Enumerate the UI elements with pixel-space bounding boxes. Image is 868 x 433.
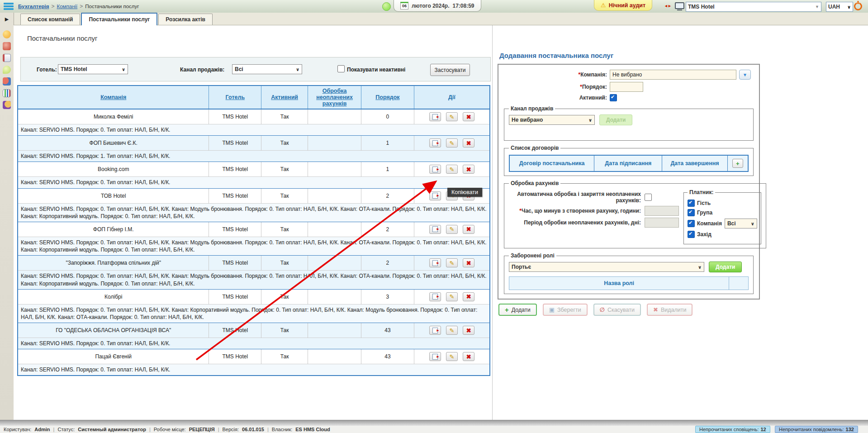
auto-processing-checkbox[interactable]	[645, 194, 652, 201]
table-row[interactable]: ФОП Бишевич Є.К. TMS Hotel Так 1 ✎ ✖	[18, 136, 490, 151]
delete-button[interactable]: ✖	[463, 326, 474, 335]
payer-company-select[interactable]: Всі∨	[725, 219, 757, 228]
date-time-widget[interactable]: 06 лютого 2024р. 17:08:59	[394, 0, 481, 12]
contract-end-header[interactable]: Дата завершення	[662, 155, 727, 171]
panel-splitter[interactable]	[492, 25, 493, 420]
order-field[interactable]	[610, 82, 643, 92]
menu-icon[interactable]	[4, 3, 14, 10]
add-button[interactable]: +Додати	[498, 304, 537, 316]
delete-button[interactable]: ✖	[463, 112, 474, 121]
delete-button[interactable]: ✖	[463, 138, 474, 148]
night-audit-button[interactable]: ⚠ Нічний аудит	[594, 0, 652, 11]
application-window: Бухгалтерія > Компанії > Постачальники п…	[0, 0, 868, 433]
company-field[interactable]	[610, 70, 736, 80]
edit-button[interactable]: ✎	[446, 112, 458, 121]
unread-messages-badge[interactable]: Непрочитаних повідомлень: 132	[775, 426, 858, 433]
payer-checkbox[interactable]	[688, 200, 695, 207]
company-dropdown-button[interactable]: ▼	[739, 70, 751, 80]
add-role-button[interactable]: Додати	[709, 262, 742, 272]
hotel-select[interactable]: TMS Hotel ▼	[686, 2, 821, 12]
sidebar-chart-icon[interactable]	[3, 89, 11, 97]
sidebar-people-icon[interactable]	[3, 77, 11, 86]
channel-filter-select[interactable]: Всі ∨	[232, 64, 302, 74]
tab-service-suppliers[interactable]: Постачальники послуг	[81, 13, 157, 25]
copy-button[interactable]	[429, 225, 441, 234]
copy-button[interactable]	[429, 258, 441, 267]
edit-button[interactable]: ✎	[446, 138, 458, 148]
sidebar-guest-icon[interactable]	[3, 42, 11, 50]
edit-button[interactable]: ✎	[446, 326, 458, 335]
copy-button[interactable]	[429, 326, 441, 335]
header-active[interactable]: Активний	[261, 86, 308, 109]
sidebar-home-icon[interactable]	[3, 30, 11, 38]
save-button[interactable]: ▣Зберегти	[543, 304, 588, 316]
breadcrumb-companies[interactable]: Компанії	[57, 4, 78, 9]
payer-checkbox[interactable]	[688, 209, 695, 216]
detail-cell: Канал: SERVIO HMS. Порядок: 1. Тип оплат…	[18, 151, 490, 162]
header-order[interactable]: Порядок	[361, 86, 414, 109]
delete-icon: ✖	[466, 167, 471, 172]
sidebar-expand-icon[interactable]: ▶	[5, 16, 9, 22]
table-row[interactable]: ФОП Гібнер І.М. TMS Hotel Так 2 ✎ ✖	[18, 222, 490, 237]
contract-signed-header[interactable]: Дата підписання	[594, 155, 662, 171]
edit-button[interactable]: ✎	[446, 225, 458, 234]
table-row[interactable]: Пацай Євгеній TMS Hotel Так 43 ✎ ✖	[18, 349, 490, 364]
header-unpaid-processing[interactable]: Обробка неоплачених рахунків	[308, 86, 361, 109]
delete-button[interactable]: ✖	[463, 352, 474, 361]
header-hotel[interactable]: Готель	[209, 86, 261, 109]
copy-button[interactable]	[429, 352, 441, 361]
workstation-icon[interactable]	[675, 2, 684, 9]
delete-button[interactable]: ✖	[463, 258, 474, 267]
delete-button[interactable]: ✖	[463, 165, 474, 174]
sidebar-chat-icon[interactable]	[3, 66, 11, 74]
apply-button[interactable]: Застосувати	[430, 64, 470, 76]
sidebar-journal-icon[interactable]	[3, 54, 11, 62]
copy-button[interactable]	[429, 292, 441, 301]
delete-button[interactable]: ✖	[463, 292, 474, 301]
sync-arrows-icon[interactable]: ◄►	[664, 4, 671, 8]
tab-company-list[interactable]: Список компаній	[20, 14, 80, 25]
edit-button[interactable]: ✎	[446, 165, 458, 174]
delete-button[interactable]: ✖	[463, 225, 474, 234]
edit-button[interactable]: ✎	[446, 292, 458, 301]
currency-select[interactable]: UAH ∨	[826, 2, 853, 12]
show-inactive-checkbox[interactable]	[337, 65, 345, 72]
hotel-filter-select[interactable]: TMS Hotel ∨	[58, 64, 128, 74]
copy-button[interactable]	[429, 112, 441, 121]
processing-period-label: Період обробки неоплачених рахунків, дні…	[509, 219, 641, 226]
cancel-button[interactable]: ∅Скасувати	[593, 304, 641, 316]
contract-name-header[interactable]: Договір постачальника	[509, 155, 594, 171]
chat-balloon-icon[interactable]	[382, 2, 391, 11]
tab-acts-mailing[interactable]: Розсилка актів	[158, 14, 213, 25]
active-cell: Так	[261, 349, 308, 364]
elapsed-time-field[interactable]	[645, 206, 679, 216]
add-channel-button[interactable]: Додати	[599, 114, 632, 125]
payer-checkbox[interactable]	[688, 220, 695, 227]
logout-power-icon[interactable]	[854, 2, 862, 10]
table-row[interactable]: ГО "ОДЕСЬКА ОБЛАСНА ОРГАНІЗАЦІЯ ВСА" TMS…	[18, 323, 490, 338]
copy-button[interactable]	[429, 165, 441, 174]
payer-checkbox[interactable]	[688, 231, 695, 238]
edit-button[interactable]: ✎	[446, 352, 458, 361]
active-checkbox[interactable]	[610, 94, 617, 101]
processing-period-field[interactable]	[645, 218, 679, 228]
table-row[interactable]: "Запоріжжя. Платформа спільних дій" TMS …	[18, 256, 490, 271]
unread-messages-label: Непрочитаних повідомлень:	[779, 427, 844, 432]
sales-channel-select[interactable]: Не вибрано ∨	[509, 115, 595, 125]
header-company[interactable]: Компанія	[18, 86, 209, 109]
table-row[interactable]: Booking.com TMS Hotel Так 1 ✎ ✖	[18, 162, 490, 177]
table-row[interactable]: ТОВ Hotel TMS Hotel Так 2 ✎ ✖	[18, 188, 490, 203]
sidebar-group-icon[interactable]	[3, 101, 11, 109]
copy-button[interactable]	[429, 138, 441, 148]
table-row[interactable]: Колібрі TMS Hotel Так 3 ✎ ✖	[18, 289, 490, 304]
copy-button[interactable]	[429, 191, 441, 200]
table-row[interactable]: Миколка Фемілі TMS Hotel Так 0 ✎ ✖	[18, 109, 490, 124]
edit-button[interactable]: ✎	[446, 258, 458, 267]
role-select[interactable]: Портьє ∨	[509, 262, 704, 272]
currency-value: UAH	[828, 4, 840, 10]
no-entry-icon: ∅	[600, 306, 605, 313]
delete-button[interactable]: ✖Видалити	[647, 304, 693, 316]
unread-notifications-badge[interactable]: Непрочитаних сповіщень: 12	[695, 426, 770, 433]
breadcrumb-root[interactable]: Бухгалтерія	[18, 4, 49, 9]
add-contract-button[interactable]: +	[732, 159, 743, 168]
